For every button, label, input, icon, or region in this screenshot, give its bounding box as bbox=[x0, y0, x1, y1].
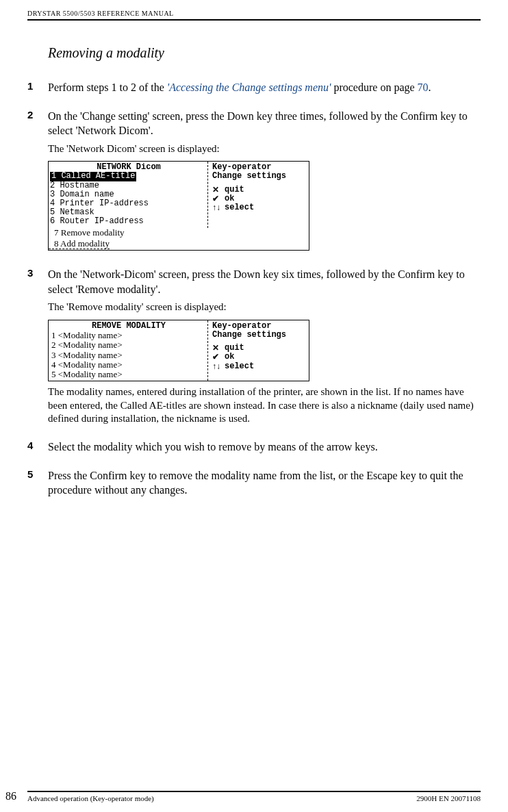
step-text: Perform steps 1 to 2 of the bbox=[48, 81, 167, 93]
screen-action: quit bbox=[225, 186, 244, 194]
step-text: On the 'Change setting' screen, press th… bbox=[48, 109, 481, 138]
updown-icon: ↑↓ bbox=[212, 203, 222, 212]
menu-item-selected: 1 Called AE-title bbox=[50, 172, 136, 181]
step-2: 2 On the 'Change setting' screen, press … bbox=[27, 109, 481, 253]
step-subtext: The 'Network Dicom' screen is displayed: bbox=[48, 142, 481, 156]
step-number: 2 bbox=[27, 109, 48, 253]
step-number: 5 bbox=[27, 468, 48, 498]
screen-network-dicom: NETWORK Dicom 1 Called AE-title 2 Hostna… bbox=[48, 161, 309, 251]
menu-item: 2 Hostname bbox=[50, 181, 207, 190]
step-text: Press the Confirm key to remove the moda… bbox=[48, 468, 481, 498]
step-subtext: The 'Remove modality' screen is displaye… bbox=[48, 301, 481, 314]
modality-list-item: 1 <Modality name> bbox=[51, 331, 207, 340]
step-number: 3 bbox=[27, 267, 48, 426]
updown-icon: ↑↓ bbox=[212, 362, 222, 371]
screen-remove-modality: REMOVE MODALITY 1 <Modality name> 2 <Mod… bbox=[48, 320, 309, 382]
page-footer: Advanced operation (Key-operator mode) 2… bbox=[0, 791, 508, 802]
running-header: DRYSTAR 5500/5503 REFERENCE MANUAL bbox=[27, 10, 481, 21]
step-1: 1 Perform steps 1 to 2 of the 'Accessing… bbox=[27, 80, 481, 95]
step-text: procedure on page bbox=[331, 81, 417, 93]
menu-item: 6 Router IP-address bbox=[50, 217, 207, 226]
screen-side-label: Key-operator bbox=[212, 322, 307, 331]
check-icon: ✔ bbox=[212, 353, 222, 361]
footer-left: Advanced operation (Key-operator mode) bbox=[27, 794, 154, 802]
step-3: 3 On the 'Network-Dicom' screen, press t… bbox=[27, 267, 481, 426]
screen-side-label: Change settings bbox=[212, 172, 307, 181]
screen-side-label: Change settings bbox=[212, 331, 307, 340]
modality-list-item: 2 <Modality name> bbox=[51, 340, 207, 350]
link-accessing-change-settings[interactable]: 'Accessing the Change settings menu' bbox=[167, 81, 331, 93]
modality-list-item: 4 <Modality name> bbox=[51, 360, 207, 370]
step-number: 4 bbox=[27, 440, 48, 455]
modality-list-item: 3 <Modality name> bbox=[51, 351, 207, 360]
section-title: Removing a modality bbox=[48, 45, 481, 61]
screen-action: select bbox=[225, 203, 254, 212]
modality-list-item: 5 <Modality name> bbox=[51, 370, 207, 379]
screen-action: ok bbox=[225, 353, 234, 361]
menu-item-overflow: 8 Add modality bbox=[49, 239, 110, 249]
step-4: 4 Select the modality which you wish to … bbox=[27, 440, 481, 455]
menu-item-overflow: 7 Remove modality bbox=[49, 228, 309, 238]
step-5: 5 Press the Confirm key to remove the mo… bbox=[27, 468, 481, 498]
screen-title: REMOVE MODALITY bbox=[50, 322, 207, 331]
step-text: Select the modality which you wish to re… bbox=[48, 440, 481, 455]
step-text: On the 'Network-Dicom' screen, press the… bbox=[48, 267, 481, 296]
link-page-70[interactable]: 70 bbox=[418, 81, 429, 93]
step-text: . bbox=[429, 81, 431, 93]
footer-right: 2900H EN 20071108 bbox=[416, 794, 481, 802]
step-note: The modality names, entered during insta… bbox=[48, 385, 481, 426]
step-number: 1 bbox=[27, 80, 48, 95]
x-icon: ✕ bbox=[212, 186, 222, 194]
screen-action: select bbox=[225, 362, 254, 371]
